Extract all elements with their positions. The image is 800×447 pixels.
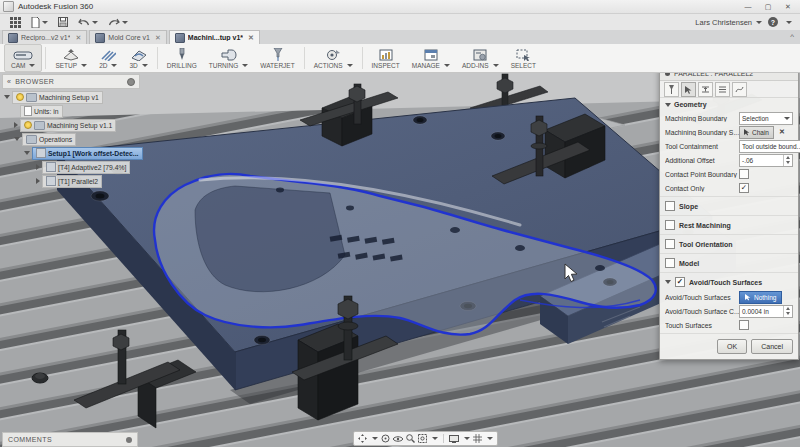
boundary-selection-row: Machining Boundary S... Chain ✕ [660,125,798,139]
spinner-arrows[interactable] [783,155,792,166]
contact-point-boundary-checkbox[interactable] [739,169,749,179]
avoid-touch-clearance-input[interactable]: 0.0004 in [739,305,793,318]
doc-tab-3-active[interactable]: Machini...tup v1* ✕ [169,30,260,44]
close-tab-icon[interactable]: ✕ [155,34,161,42]
visibility-bulb-icon[interactable] [16,93,24,101]
save-icon[interactable] [58,17,68,27]
ribbon-inspect[interactable]: INSPECT [366,45,406,71]
slope-group[interactable]: Slope [660,198,798,214]
maximize-button[interactable]: ▢ [761,3,775,11]
rest-machining-group[interactable]: Rest Machining [660,217,798,233]
setup-icon [36,148,46,158]
rest-machining-checkbox[interactable] [665,220,675,230]
zoom-icon[interactable] [406,434,415,443]
chevron-down-icon[interactable] [14,137,20,141]
display-settings-icon[interactable] [449,435,459,443]
avoid-touch-clearance-row: Avoid/Touch Surface C... 0.0004 in [660,304,798,318]
gear-icon[interactable] [127,78,135,86]
fit-icon[interactable] [418,434,427,443]
look-at-icon[interactable] [393,435,403,443]
toolbar-separator [443,434,444,443]
select-icon [516,48,530,61]
ribbon-cam[interactable]: CAM [4,44,42,72]
browser-item-parallel2[interactable]: [T1] Parallel2 [36,175,170,187]
file-menu-icon[interactable] [31,17,48,28]
document-icon [95,33,105,43]
ribbon-setup[interactable]: SETUP [49,45,93,71]
orbit-icon[interactable] [381,434,390,443]
undo-icon[interactable] [78,18,98,27]
ribbon-waterjet[interactable]: WATERJET [254,45,300,71]
redo-icon[interactable] [108,18,128,27]
chevron-right-icon[interactable] [14,122,18,128]
chevron-right-icon[interactable] [36,164,40,170]
spinner-arrows[interactable] [783,306,792,317]
model-checkbox[interactable] [665,258,675,268]
close-button[interactable]: ✕ [781,3,795,11]
ribbon-turning[interactable]: TURNING [203,45,255,71]
cancel-button[interactable]: Cancel [751,339,793,354]
collapse-panel-icon[interactable]: « [7,78,11,85]
slope-checkbox[interactable] [665,201,675,211]
geometry-tab-icon[interactable] [681,82,696,97]
browser-item-units[interactable]: Units: in [20,105,170,117]
browser-item-setup1[interactable]: Setup1 [Work offset-Detec... [24,147,170,159]
avoid-touch-checkbox[interactable]: ✓ [675,277,685,287]
title-bar: Autodesk Fusion 360 — ▢ ✕ [0,0,800,14]
grid-settings-icon[interactable] [473,434,482,443]
chevron-down-icon[interactable] [24,151,30,155]
ok-button[interactable]: OK [717,339,747,354]
ribbon-select[interactable]: SELECT [505,45,542,71]
ribbon-drilling[interactable]: DRILLING [161,45,203,71]
document-icon [175,33,185,43]
machining-boundary-select[interactable]: Selection [739,112,793,125]
heights-tab-icon[interactable] [698,82,713,97]
chevron-down-icon[interactable] [4,95,10,99]
model-group[interactable]: Model [660,255,798,271]
navigation-toolbar [353,431,498,446]
doc-tab-1[interactable]: Recipro...v2 v1* ✕ [2,30,87,44]
contact-only-checkbox[interactable]: ✓ [739,183,749,193]
browser-item-adaptive2[interactable]: [T4] Adaptive2 [79.4%] [36,161,170,173]
tool-orientation-group[interactable]: Tool Orientation [660,236,798,252]
comments-bar[interactable]: COMMENTS [2,432,138,447]
browser-item-design[interactable]: Machining Setup v1.1 [14,119,170,131]
chevron-right-icon[interactable] [36,178,40,184]
browser-title: BROWSER [15,78,54,85]
visibility-bulb-icon[interactable] [24,121,32,129]
close-tab-icon[interactable]: ✕ [248,34,254,42]
ribbon-addins[interactable]: ADD-INS [456,45,505,71]
browser-item-root[interactable]: Machining Setup v1 [4,91,170,103]
pan-icon[interactable] [358,434,367,443]
additional-offset-input[interactable]: -.06 [739,154,793,167]
ribbon-actions[interactable]: ACTIONS [308,45,359,71]
linking-tab-icon[interactable] [732,82,747,97]
chevron-down-icon [487,437,493,440]
minimize-button[interactable]: — [741,3,755,11]
browser-header[interactable]: « BROWSER [2,74,140,89]
apps-grid-icon[interactable] [10,17,21,28]
tool-orientation-checkbox[interactable] [665,239,675,249]
ribbon-3d[interactable]: 3D [123,45,153,71]
ribbon-2d[interactable]: 2D [93,45,123,71]
collapse-toolbar-icon[interactable]: ^ [790,32,794,41]
tool-containment-select[interactable]: Tool outside bound... [739,140,800,153]
ribbon-separator [45,47,46,69]
browser-item-operations[interactable]: Operations [14,133,170,145]
geometry-section-header[interactable]: Geometry [660,98,798,111]
doc-tab-2[interactable]: Mold Core v1 ✕ [89,30,167,44]
clear-selection-icon[interactable]: ✕ [779,128,785,136]
avoid-touch-section-header[interactable]: ✓ Avoid/Touch Surfaces [660,274,798,290]
avoid-touch-nothing-button[interactable]: Nothing [739,291,782,304]
user-menu[interactable]: Lars Christensen [695,18,762,27]
ribbon-manage[interactable]: MANAGE [406,45,456,71]
touch-surfaces-checkbox[interactable] [739,320,749,330]
passes-tab-icon[interactable] [715,82,730,97]
chevron-down-icon [42,21,48,24]
contact-point-boundary-row: Contact Point Boundary [660,167,798,181]
tool-tab-icon[interactable] [664,82,679,97]
help-button[interactable]: ? [768,17,778,27]
close-tab-icon[interactable]: ✕ [75,34,81,42]
chain-selection-chip[interactable]: Chain [739,126,774,139]
3d-milling-icon [131,48,147,61]
